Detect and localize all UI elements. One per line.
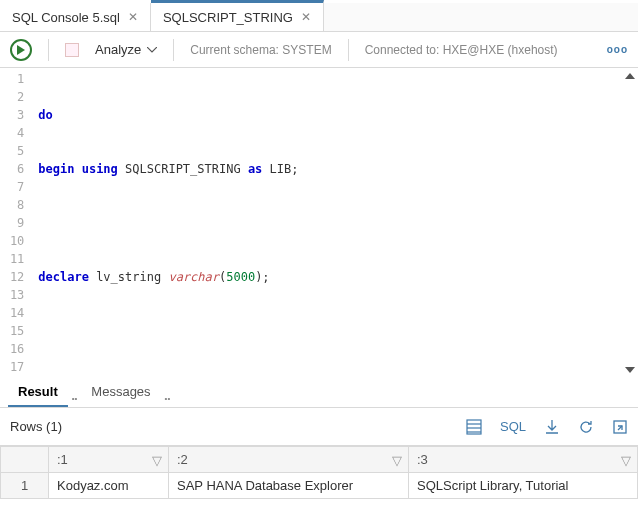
- code-area[interactable]: do begin using SQLSCRIPT_STRING as LIB; …: [32, 68, 638, 378]
- tab-sql-console[interactable]: SQL Console 5.sql ✕: [0, 3, 151, 31]
- divider: [173, 39, 174, 61]
- tab-messages[interactable]: Messages: [81, 378, 160, 407]
- close-icon[interactable]: ✕: [301, 10, 311, 24]
- filter-icon[interactable]: ▽: [152, 453, 162, 468]
- column-header-1[interactable]: :1▽: [49, 447, 169, 473]
- corner-cell[interactable]: [1, 447, 49, 473]
- drag-handle-icon[interactable]: ••: [72, 394, 78, 407]
- divider: [48, 39, 49, 61]
- rows-count-label: Rows (1): [10, 419, 466, 434]
- file-tabs: SQL Console 5.sql ✕ SQLSCRIPT_STRING ✕: [0, 0, 638, 32]
- tab-sqlscript-string[interactable]: SQLSCRIPT_STRING ✕: [151, 0, 324, 31]
- divider: [348, 39, 349, 61]
- drag-handle-icon[interactable]: ••: [165, 394, 171, 407]
- tab-label: SQL Console 5.sql: [12, 10, 120, 25]
- cell[interactable]: Kodyaz.com: [49, 473, 169, 499]
- download-icon[interactable]: [544, 419, 560, 435]
- cell[interactable]: SAP HANA Database Explorer: [169, 473, 409, 499]
- scroll-down-icon[interactable]: [622, 362, 638, 378]
- bottom-tabs: Result •• Messages ••: [0, 378, 638, 408]
- column-header-3[interactable]: :3▽: [409, 447, 638, 473]
- line-gutter: 1234567891011121314151617: [0, 68, 32, 378]
- toolbar: Analyze Current schema: SYSTEM Connected…: [0, 32, 638, 68]
- close-icon[interactable]: ✕: [128, 10, 138, 24]
- form-icon[interactable]: [466, 419, 482, 435]
- run-button[interactable]: [10, 39, 32, 61]
- more-button[interactable]: ooo: [607, 44, 628, 55]
- stop-button[interactable]: [65, 43, 79, 57]
- svg-rect-4: [614, 421, 626, 433]
- refresh-icon[interactable]: [578, 419, 594, 435]
- column-header-2[interactable]: :2▽: [169, 447, 409, 473]
- rows-bar: Rows (1) SQL: [0, 408, 638, 446]
- analyze-label: Analyze: [95, 42, 141, 57]
- analyze-dropdown[interactable]: Analyze: [95, 42, 157, 57]
- current-schema-label: Current schema: SYSTEM: [190, 43, 331, 57]
- maximize-icon[interactable]: [612, 419, 628, 435]
- filter-icon[interactable]: ▽: [392, 453, 402, 468]
- filter-icon[interactable]: ▽: [621, 453, 631, 468]
- tab-result[interactable]: Result: [8, 378, 68, 407]
- scroll-up-icon[interactable]: [622, 68, 638, 84]
- chevron-down-icon: [147, 47, 157, 53]
- connection-label: Connected to: HXE@HXE (hxehost): [365, 43, 558, 57]
- cell[interactable]: SQLScript Library, Tutorial: [409, 473, 638, 499]
- sql-button[interactable]: SQL: [500, 419, 526, 434]
- table-row[interactable]: 1 Kodyaz.com SAP HANA Database Explorer …: [1, 473, 638, 499]
- result-table: :1▽ :2▽ :3▽ 1 Kodyaz.com SAP HANA Databa…: [0, 446, 638, 499]
- row-header[interactable]: 1: [1, 473, 49, 499]
- code-editor[interactable]: 1234567891011121314151617 do begin using…: [0, 68, 638, 378]
- result-tools: SQL: [466, 419, 628, 435]
- tab-label: SQLSCRIPT_STRING: [163, 10, 293, 25]
